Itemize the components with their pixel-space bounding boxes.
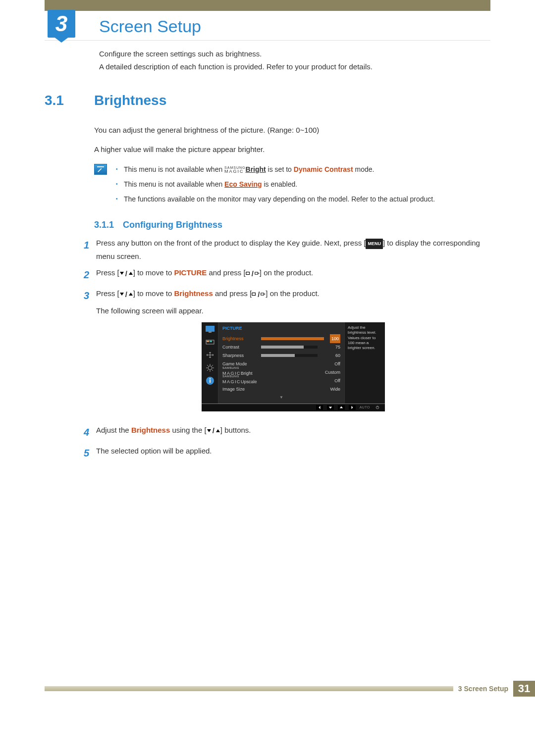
svg-rect-7 xyxy=(207,341,209,342)
up-icon xyxy=(338,405,345,410)
step-number: 1 xyxy=(80,236,89,263)
chapter-title: Screen Setup xyxy=(99,17,201,36)
note-item-2: This menu is not available when Eco Savi… xyxy=(115,179,435,191)
svg-rect-3 xyxy=(261,293,264,295)
footer-bar xyxy=(45,686,453,691)
info-icon xyxy=(205,377,215,385)
step-3-follow: The following screen will appear. xyxy=(96,304,490,317)
intro-p1: Configure the screen settings such as br… xyxy=(99,48,490,60)
down-up-icon: / xyxy=(119,267,133,280)
note-block: This menu is not available when SAMSUNGM… xyxy=(94,164,490,208)
svg-rect-1 xyxy=(255,272,258,274)
step-number: 4 xyxy=(80,423,89,441)
chapter-header: 3 Screen Setup xyxy=(45,0,490,41)
svg-rect-8 xyxy=(210,341,212,342)
step-list: 1 Press any button on the front of the p… xyxy=(80,236,490,461)
svg-rect-5 xyxy=(209,332,212,333)
enter-return-icon: / xyxy=(252,288,266,301)
section-number: 3.1 xyxy=(45,93,94,108)
size-icon xyxy=(205,351,215,359)
color-icon xyxy=(205,338,215,346)
step-4: 4 Adjust the Brightness using the [/] bu… xyxy=(80,423,490,441)
subsection-title: Configuring Brightness xyxy=(123,220,222,230)
section-p2: A higher value will make the picture app… xyxy=(94,143,490,156)
power-icon xyxy=(374,405,381,410)
osd-tab-title: PICTURE xyxy=(222,324,340,332)
osd-row: SAMSUNGMAGICUpscaleOff xyxy=(222,376,340,385)
osd-row: Image SizeWide xyxy=(222,385,340,393)
step-1: 1 Press any button on the front of the p… xyxy=(80,236,490,263)
step-number: 3 xyxy=(80,287,89,420)
intro-p2: A detailed description of each function … xyxy=(99,60,490,73)
down-up-icon: / xyxy=(119,288,133,301)
step-5: 5 The selected option will be applied. xyxy=(80,444,490,462)
svg-rect-0 xyxy=(246,272,249,275)
step-number: 2 xyxy=(80,266,89,284)
section-title: Brightness xyxy=(94,93,166,108)
section-header: 3.1 Brightness xyxy=(45,93,490,108)
note-item-1: This menu is not available when SAMSUNGM… xyxy=(115,164,435,176)
svg-point-11 xyxy=(209,378,210,379)
note-item-3: The functions available on the monitor m… xyxy=(115,194,435,205)
menu-button-icon: MENU xyxy=(366,239,383,249)
picture-icon xyxy=(205,325,215,333)
footer-page-number: 31 xyxy=(513,681,535,697)
auto-label: AUTO xyxy=(360,404,370,411)
gear-icon xyxy=(205,364,215,372)
page-footer: 3 Screen Setup 31 xyxy=(45,681,535,697)
chapter-intro: Configure the screen settings such as br… xyxy=(99,48,490,73)
svg-rect-12 xyxy=(210,380,211,383)
chevron-down-icon: ▼ xyxy=(222,394,340,401)
left-icon xyxy=(316,405,323,410)
osd-row: Sharpness60 xyxy=(222,351,340,359)
page: 3 Screen Setup Configure the screen sett… xyxy=(0,0,535,706)
section-p1: You can adjust the general brightness of… xyxy=(94,123,490,137)
osd-footer-nav: AUTO xyxy=(202,403,385,411)
step-2: 2 Press [/] to move to PICTURE and press… xyxy=(80,266,490,284)
step-3: 3 Press [/] to move to Brightness and pr… xyxy=(80,287,490,420)
right-icon xyxy=(349,405,356,410)
note-icon xyxy=(94,164,107,175)
down-icon xyxy=(327,405,334,410)
magic-bright-label: SAMSUNGMAGIC xyxy=(224,166,245,173)
osd-help-text: Adjust the brightness level. Values clos… xyxy=(344,322,385,403)
footer-section-label: 3 Screen Setup xyxy=(453,685,513,693)
subsection-header: 3.1.1 Configuring Brightness xyxy=(94,220,490,230)
note-list: This menu is not available when SAMSUNGM… xyxy=(115,164,435,208)
osd-row: Contrast75 xyxy=(222,343,340,351)
svg-rect-2 xyxy=(252,293,256,296)
enter-return-icon: / xyxy=(246,267,260,280)
osd-menu: PICTURE Brightness100Contrast75Sharpness… xyxy=(218,322,344,403)
osd-screenshot: PICTURE Brightness100Contrast75Sharpness… xyxy=(202,322,385,411)
svg-rect-4 xyxy=(206,326,214,332)
osd-row: Brightness100 xyxy=(222,334,340,343)
osd-sidebar xyxy=(202,322,218,403)
step-number: 5 xyxy=(80,444,89,462)
svg-point-9 xyxy=(208,366,212,370)
down-up-icon: / xyxy=(207,424,220,437)
subsection-number: 3.1.1 xyxy=(94,220,123,230)
chapter-number-badge: 3 xyxy=(48,10,75,38)
